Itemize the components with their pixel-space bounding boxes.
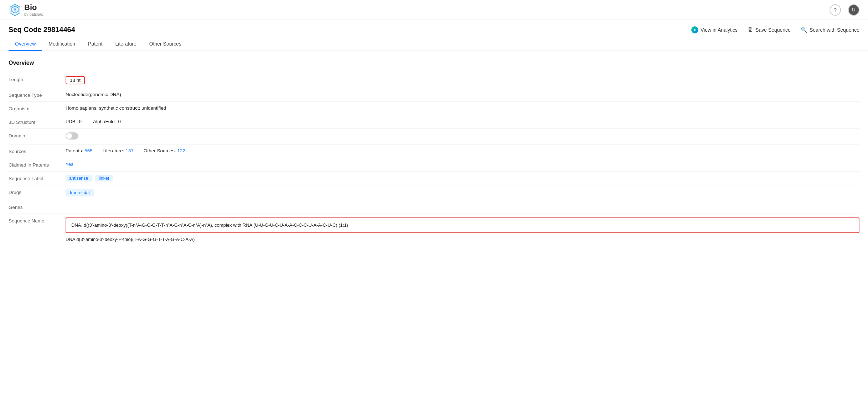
search-with-sequence-label: Search with Sequence (810, 27, 859, 33)
drugs-row: Drugs Imetelstat (9, 185, 859, 200)
drugs-label: Drugs (9, 189, 66, 195)
claimed-row: Claimed in Patents Yes (9, 158, 859, 172)
pdb-item: PDB: 0 (66, 119, 82, 124)
seq-type-row: Sequence Type Nucleotide(genomic DNA) (9, 88, 859, 102)
logo-patsnap-label: by patsnap (24, 12, 43, 16)
length-row: Length 13 nt (9, 73, 859, 88)
search-icon: 🔍 (801, 27, 807, 33)
organism-value: Homo sapiens; synthetic construct; unide… (66, 105, 859, 111)
claimed-yes-link[interactable]: Yes (66, 162, 73, 167)
tab-literature[interactable]: Literature (109, 37, 143, 51)
pdb-label: PDB: (66, 119, 77, 124)
tab-other-sources[interactable]: Other Sources (143, 37, 188, 51)
genes-value: - (66, 204, 859, 209)
claimed-value: Yes (66, 162, 859, 167)
logo-icon: B (9, 4, 21, 16)
analytics-icon: ● (691, 26, 698, 33)
seq-name-row: Sequence Name DNA, d((3′-amino-3′-deoxy)… (9, 214, 859, 247)
structure-value: PDB: 0 AlphaFold: 0 (66, 119, 859, 124)
search-with-sequence-button[interactable]: 🔍 Search with Sequence (801, 27, 859, 33)
structure-label: 3D Structure (9, 119, 66, 125)
page-header: Seq Code 29814464 ● View in Analytics 🖹 … (0, 20, 868, 34)
structure-row: 3D Structure PDB: 0 AlphaFold: 0 (9, 115, 859, 129)
alphafold-label: AlphaFold: (93, 119, 116, 124)
logo-text: Bio by patsnap (24, 3, 43, 16)
other-sources-source: Other Sources: 122 (144, 148, 185, 153)
claimed-label: Claimed in Patents (9, 162, 66, 168)
main-content: Overview Length 13 nt Sequence Type Nucl… (0, 51, 868, 256)
seq-name-plain: DNA d(3′-amino-3′-deoxy-P-thio)(T-A-G-G-… (66, 235, 859, 243)
seq-name-boxed: DNA, d((3′-amino-3′-deoxy)(T-n²A-G-G-G-T… (66, 217, 859, 233)
literature-source: Literature: 137 (103, 148, 134, 153)
length-label: Length (9, 76, 66, 82)
organism-label: Organism (9, 105, 66, 111)
patents-label: Patents: (66, 148, 83, 153)
alphafold-item: AlphaFold: 0 (93, 119, 121, 124)
pdb-value: 0 (79, 119, 82, 124)
tag-antisense[interactable]: antisense (66, 175, 92, 182)
tag-linker[interactable]: linker (95, 175, 113, 182)
drugs-value: Imetelstat (66, 189, 859, 196)
top-bar: B Bio by patsnap ? U (0, 0, 868, 20)
user-button[interactable]: U (848, 4, 859, 16)
domain-row: Domain (9, 129, 859, 144)
domain-label: Domain (9, 132, 66, 138)
patents-count[interactable]: 565 (84, 148, 93, 153)
length-badge: 13 nt (66, 76, 85, 84)
sources-row: Sources Patents: 565 Literature: 137 Oth… (9, 144, 859, 158)
tabs-bar: Overview Modification Patent Literature … (0, 37, 868, 51)
seq-type-value: Nucleotide(genomic DNA) (66, 92, 859, 97)
tab-modification[interactable]: Modification (42, 37, 82, 51)
top-bar-right: ? U (830, 4, 859, 16)
tab-patent[interactable]: Patent (82, 37, 109, 51)
seq-code-title: Seq Code 29814464 (9, 26, 75, 34)
genes-row: Genes - (9, 200, 859, 214)
domain-toggle[interactable] (66, 132, 78, 140)
organism-row: Organism Homo sapiens; synthetic constru… (9, 102, 859, 115)
overview-section-title: Overview (9, 60, 859, 66)
view-in-analytics-button[interactable]: ● View in Analytics (691, 26, 738, 33)
domain-value (66, 132, 859, 141)
seq-label-label: Sequence Label (9, 175, 66, 181)
length-value: 13 nt (66, 76, 859, 84)
tab-overview[interactable]: Overview (9, 37, 42, 51)
save-sequence-button[interactable]: 🖹 Save Sequence (748, 27, 791, 33)
page-header-actions: ● View in Analytics 🖹 Save Sequence 🔍 Se… (691, 26, 859, 33)
view-in-analytics-label: View in Analytics (701, 27, 738, 33)
seq-name-label: Sequence Name (9, 217, 66, 224)
sources-value: Patents: 565 Literature: 137 Other Sourc… (66, 148, 859, 153)
save-sequence-label: Save Sequence (755, 27, 791, 33)
help-button[interactable]: ? (830, 4, 841, 16)
seq-label-row: Sequence Label antisense linker (9, 172, 859, 185)
seq-label-value: antisense linker (66, 175, 859, 182)
other-sources-label: Other Sources: (144, 148, 176, 153)
patents-source: Patents: 565 (66, 148, 93, 153)
sources-label: Sources (9, 148, 66, 154)
logo: B Bio by patsnap (9, 3, 43, 16)
literature-label: Literature: (103, 148, 124, 153)
logo-bio-label: Bio (24, 3, 43, 12)
other-sources-count[interactable]: 122 (177, 148, 185, 153)
svg-text:B: B (14, 8, 16, 12)
seq-name-value: DNA, d((3′-amino-3′-deoxy)(T-n²A-G-G-G-T… (66, 217, 859, 243)
genes-label: Genes (9, 204, 66, 210)
drug-imetelstat[interactable]: Imetelstat (66, 189, 94, 196)
literature-count[interactable]: 137 (125, 148, 134, 153)
seq-type-label: Sequence Type (9, 92, 66, 98)
alphafold-value: 0 (118, 119, 121, 124)
save-icon: 🖹 (748, 27, 753, 33)
